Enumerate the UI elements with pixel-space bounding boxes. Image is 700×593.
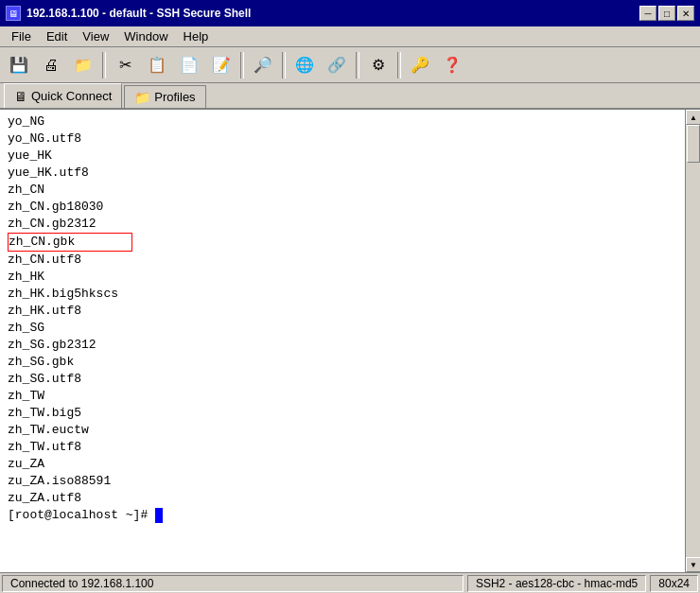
scrollbar-thumb[interactable] bbox=[687, 125, 700, 163]
menu-edit[interactable]: Edit bbox=[39, 27, 75, 45]
main-area: yo_NGyo_NG.utf8yue_HKyue_HK.utf8zh_CNzh_… bbox=[0, 110, 700, 572]
terminal-line: zh_CN.gb18030 bbox=[8, 199, 677, 216]
toolbar-sep4 bbox=[356, 52, 359, 78]
terminal-line: zh_TW bbox=[8, 388, 677, 405]
cut-toolbar-btn[interactable]: ✂ bbox=[110, 52, 140, 78]
terminal-line: zh_TW.euctw bbox=[8, 422, 677, 439]
terminal-line: yo_NG.utf8 bbox=[8, 131, 677, 148]
terminal-line: yue_HK.utf8 bbox=[8, 165, 677, 182]
connection-status: Connected to 192.168.1.100 bbox=[2, 575, 464, 592]
find-toolbar-btn[interactable]: 🔎 bbox=[248, 52, 278, 78]
terminal-line: zh_TW.utf8 bbox=[8, 439, 677, 456]
network2-toolbar-btn[interactable]: 🔗 bbox=[322, 52, 352, 78]
extra1-toolbar-btn[interactable]: 📝 bbox=[206, 52, 236, 78]
menu-window[interactable]: Window bbox=[116, 27, 175, 45]
terminal-line: [root@localhost ~]# bbox=[8, 507, 677, 524]
menu-help[interactable]: Help bbox=[176, 27, 217, 45]
help-toolbar-btn[interactable]: ❓ bbox=[437, 52, 467, 78]
save-toolbar-btn[interactable]: 💾 bbox=[4, 52, 34, 78]
terminal-line: zh_SG bbox=[8, 320, 677, 337]
dimensions-status: 80x24 bbox=[650, 575, 698, 592]
maximize-button[interactable]: □ bbox=[658, 6, 675, 21]
terminal-line: zh_HK.utf8 bbox=[8, 303, 677, 320]
terminal-line: zh_CN bbox=[8, 182, 677, 199]
settings-toolbar-btn[interactable]: ⚙ bbox=[363, 52, 394, 78]
paste-toolbar-btn[interactable]: 📄 bbox=[174, 52, 204, 78]
scrollbar-track[interactable] bbox=[686, 125, 700, 557]
profiles-icon: 📁 bbox=[134, 90, 150, 105]
title-bar: 🖥 192.168.1.100 - default - SSH Secure S… bbox=[0, 0, 700, 26]
terminal-line: zh_CN.gbk bbox=[8, 233, 677, 252]
terminal-line: zu_ZA.iso88591 bbox=[8, 473, 677, 490]
scroll-up-btn[interactable]: ▲ bbox=[686, 110, 700, 125]
quick-connect-icon: 🖥 bbox=[14, 89, 27, 104]
toolbar-sep2 bbox=[240, 52, 244, 78]
network-toolbar-btn[interactable]: 🌐 bbox=[289, 52, 320, 78]
print-toolbar-btn[interactable]: 🖨 bbox=[36, 52, 66, 78]
terminal-line: zh_CN.gb2312 bbox=[8, 216, 677, 233]
terminal-line: zh_HK bbox=[8, 269, 677, 286]
terminal-line: zh_CN.utf8 bbox=[8, 252, 677, 269]
terminal-line: zu_ZA bbox=[8, 456, 677, 473]
scroll-down-btn[interactable]: ▼ bbox=[686, 557, 700, 572]
window-title: 192.168.1.100 - default - SSH Secure She… bbox=[26, 7, 251, 20]
open-toolbar-btn[interactable]: 📁 bbox=[68, 52, 98, 78]
menu-view[interactable]: View bbox=[75, 27, 116, 45]
quick-connect-label: Quick Connect bbox=[31, 89, 112, 103]
encryption-status: SSH2 - aes128-cbc - hmac-md5 bbox=[467, 575, 646, 592]
app-icon: 🖥 bbox=[6, 6, 21, 21]
minimize-button[interactable]: ─ bbox=[639, 6, 656, 21]
key-toolbar-btn[interactable]: 🔑 bbox=[405, 52, 435, 78]
scrollbar[interactable]: ▲ ▼ bbox=[685, 110, 700, 572]
profiles-label: Profiles bbox=[154, 90, 195, 104]
terminal-line: yo_NG bbox=[8, 113, 677, 131]
terminal-line: zh_SG.utf8 bbox=[8, 371, 677, 388]
terminal-line: zh_SG.gbk bbox=[8, 354, 677, 371]
copy-toolbar-btn[interactable]: 📋 bbox=[142, 52, 172, 78]
menu-file[interactable]: File bbox=[4, 27, 39, 45]
close-button[interactable]: ✕ bbox=[677, 6, 694, 21]
tab-bar: 🖥 Quick Connect 📁 Profiles bbox=[0, 83, 700, 110]
quick-connect-tab[interactable]: 🖥 Quick Connect bbox=[4, 83, 122, 108]
toolbar: 💾 🖨 📁 ✂ 📋 📄 📝 🔎 🌐 🔗 ⚙ 🔑 ❓ bbox=[0, 47, 700, 83]
profiles-tab[interactable]: 📁 Profiles bbox=[124, 85, 205, 108]
terminal-line: yue_HK bbox=[8, 148, 677, 165]
terminal-line: zh_SG.gb2312 bbox=[8, 337, 677, 354]
toolbar-sep3 bbox=[282, 52, 286, 78]
terminal-line: zu_ZA.utf8 bbox=[8, 490, 677, 507]
terminal-cursor bbox=[155, 508, 163, 523]
toolbar-sep5 bbox=[397, 52, 401, 78]
toolbar-sep1 bbox=[102, 52, 106, 78]
terminal-line: zh_HK.big5hkscs bbox=[8, 286, 677, 303]
terminal-line: zh_TW.big5 bbox=[8, 405, 677, 422]
terminal[interactable]: yo_NGyo_NG.utf8yue_HKyue_HK.utf8zh_CNzh_… bbox=[0, 110, 685, 572]
status-bar: Connected to 192.168.1.100 SSH2 - aes128… bbox=[0, 572, 700, 593]
menu-bar: File Edit View Window Help bbox=[0, 26, 700, 47]
